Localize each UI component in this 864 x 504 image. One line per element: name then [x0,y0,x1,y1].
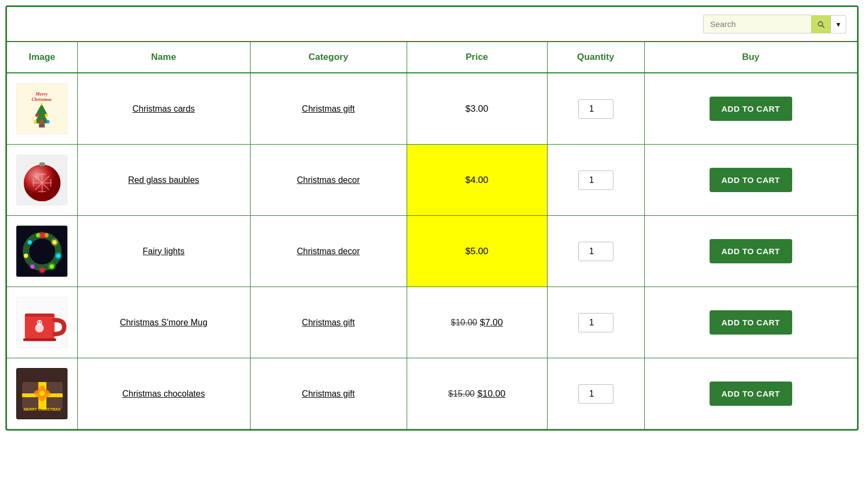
quantity-input-1[interactable] [578,99,613,119]
svg-point-32 [24,254,28,258]
product-buy-cell-2: ADD TO CART [644,145,857,216]
page-wrapper: ▾ Image Name Category Price Quantity Buy… [5,5,859,431]
search-input[interactable] [703,15,811,33]
table-row: Red glass baublesChristmas decor$4.00ADD… [7,145,857,216]
header: ▾ [7,7,857,42]
product-quantity-cell-2 [547,145,644,216]
add-to-cart-button-5[interactable]: ADD TO CART [710,382,792,406]
product-price-1: $3.00 [465,104,489,114]
product-name-cell-1: Christmas cards [77,73,250,145]
product-name-cell-2: Red glass baubles [77,145,250,216]
quantity-input-2[interactable] [578,171,613,190]
product-price-cell-5: $15.00$10.00 [407,358,547,430]
product-price-sale-5: $10.00 [477,389,505,399]
col-category: Category [250,42,407,73]
product-quantity-cell-1 [547,73,644,145]
col-name: Name [77,42,250,73]
svg-point-7 [36,114,39,117]
svg-point-47 [40,322,41,323]
product-name-cell-4: Christmas S'more Mug [77,287,250,358]
product-category-cell-5: Christmas gift [250,358,407,430]
product-price-2: $4.00 [465,175,489,185]
product-price-original-4: $10.00 [451,318,477,327]
col-price: Price [407,42,547,73]
product-category-link-3[interactable]: Christmas decor [297,247,360,256]
product-quantity-cell-3 [547,216,644,287]
svg-point-31 [30,264,35,269]
product-price-sale-4: $7.00 [480,317,503,328]
svg-text:Christmas: Christmas [32,97,52,102]
svg-point-37 [51,239,58,246]
svg-rect-43 [25,314,55,317]
product-buy-cell-5: ADD TO CART [644,358,857,430]
product-category-cell-4: Christmas gift [250,287,407,358]
svg-rect-5 [39,123,45,127]
add-to-cart-button-1[interactable]: ADD TO CART [710,97,792,121]
svg-point-40 [38,267,46,274]
product-name-link-3[interactable]: Fairy lights [143,247,184,256]
quantity-input-3[interactable] [578,242,613,261]
svg-point-11 [46,120,50,124]
product-category-cell-3: Christmas decor [250,216,407,287]
product-buy-cell-1: ADD TO CART [644,73,857,145]
svg-rect-15 [39,162,45,166]
products-table: Image Name Category Price Quantity Buy M… [7,42,857,429]
product-buy-cell-4: ADD TO CART [644,287,857,358]
quantity-input-4[interactable] [578,313,613,332]
table-row: Christmas S'more MugChristmas gift$10.00… [7,287,857,358]
product-price-cell-3: $5.00 [407,216,547,287]
product-price-3: $5.00 [465,246,489,256]
product-image-cell-3 [7,216,77,287]
add-to-cart-button-3[interactable]: ADD TO CART [710,239,792,263]
svg-point-9 [34,120,37,124]
product-price-cell-1: $3.00 [407,73,547,145]
search-container: ▾ [703,15,846,33]
table-row: Fairy lightsChristmas decor$5.00ADD TO C… [7,216,857,287]
product-name-cell-3: Fairy lights [77,216,250,287]
product-category-link-1[interactable]: Christmas gift [302,104,355,113]
add-to-cart-button-4[interactable]: ADD TO CART [710,310,792,335]
product-image-cell-5: MERRY CHRISTMAS [7,358,77,430]
svg-text:MERRY CHRISTMAS: MERRY CHRISTMAS [24,407,61,411]
product-name-link-2[interactable]: Red glass baubles [128,175,199,185]
svg-point-46 [38,322,39,323]
col-quantity: Quantity [547,42,644,73]
product-image-cell-2 [7,145,77,216]
product-category-cell-1: Christmas gift [250,73,407,145]
product-category-link-2[interactable]: Christmas decor [297,175,360,185]
svg-rect-48 [23,338,56,341]
product-price-cell-2: $4.00 [407,145,547,216]
search-button[interactable] [811,15,831,33]
search-icon [816,20,825,29]
product-name-link-5[interactable]: Christmas chocolates [123,389,205,398]
svg-point-33 [28,240,32,244]
add-to-cart-button-2[interactable]: ADD TO CART [710,168,792,192]
col-image: Image [7,42,77,73]
product-price-original-5: $15.00 [448,389,475,398]
col-buy: Buy [644,42,857,73]
svg-point-10 [40,120,43,124]
svg-point-36 [38,231,46,239]
product-image-cell-4 [7,287,77,358]
svg-text:Merry: Merry [35,91,48,97]
product-name-link-4[interactable]: Christmas S'more Mug [120,318,207,327]
svg-point-39 [48,263,56,270]
product-buy-cell-3: ADD TO CART [644,216,857,287]
table-row: Merry Christmas ★ Christmas cardsChristm… [7,73,857,145]
svg-point-8 [45,114,48,117]
quantity-input-5[interactable] [578,384,613,404]
product-quantity-cell-5 [547,358,644,430]
product-quantity-cell-4 [547,287,644,358]
product-category-link-5[interactable]: Christmas gift [302,389,355,398]
product-price-cell-4: $10.00$7.00 [407,287,547,358]
svg-point-38 [55,252,62,260]
product-image-cell-1: Merry Christmas ★ [7,73,77,145]
svg-point-45 [37,320,42,325]
product-category-link-4[interactable]: Christmas gift [302,318,355,327]
svg-point-55 [39,391,45,396]
product-category-cell-2: Christmas decor [250,145,407,216]
product-name-cell-5: Christmas chocolates [77,358,250,430]
table-header-row: Image Name Category Price Quantity Buy [7,42,857,73]
product-name-link-1[interactable]: Christmas cards [132,104,195,113]
dropdown-button[interactable]: ▾ [831,15,846,33]
